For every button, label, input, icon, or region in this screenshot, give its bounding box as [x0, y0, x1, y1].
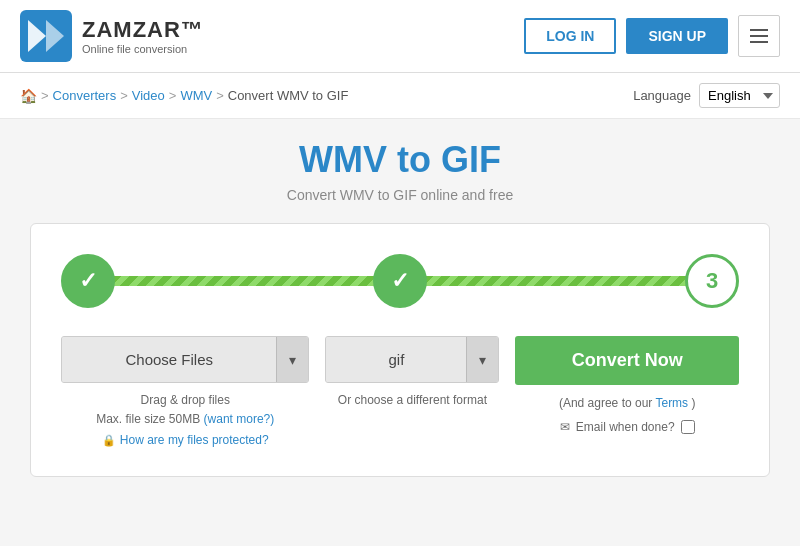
convert-area: Convert Now (And agree to our Terms ) ✉ …	[515, 336, 739, 438]
header-actions: LOG IN SIGN UP	[524, 15, 780, 57]
choose-files-area: Choose Files ▾ Drag & drop files Max. fi…	[61, 336, 309, 451]
drag-drop-text: Drag & drop files	[61, 391, 309, 410]
hamburger-line	[750, 29, 768, 31]
breadcrumb-wmv[interactable]: WMV	[180, 88, 212, 103]
breadcrumb-converters[interactable]: Converters	[53, 88, 117, 103]
hamburger-line	[750, 35, 768, 37]
format-button[interactable]: gif	[326, 337, 466, 382]
page-title: WMV to GIF	[30, 139, 770, 181]
converter-card: ✓ ✓ 3 Choose Files ▾ Dr	[30, 223, 770, 477]
file-size-text: Max. file size 50MB (want more?)	[61, 410, 309, 429]
agree-close: )	[691, 396, 695, 410]
format-dropdown-arrow: ▾	[479, 352, 486, 368]
login-button[interactable]: LOG IN	[524, 18, 616, 54]
breadcrumb-bar: 🏠 > Converters > Video > WMV > Convert W…	[0, 73, 800, 119]
breadcrumb-separator: >	[120, 88, 128, 103]
choose-files-dropdown-button[interactable]: ▾	[276, 337, 308, 382]
actions-row: Choose Files ▾ Drag & drop files Max. fi…	[61, 336, 739, 451]
step-connector-1	[113, 276, 375, 286]
step-3-circle: 3	[685, 254, 739, 308]
signup-button[interactable]: SIGN UP	[626, 18, 728, 54]
language-select[interactable]: English French Spanish	[699, 83, 780, 108]
format-dropdown-button[interactable]: ▾	[466, 337, 498, 382]
lock-icon: 🔒	[102, 432, 116, 450]
breadcrumb-separator: >	[216, 88, 224, 103]
main-content: WMV to GIF Convert WMV to GIF online and…	[0, 119, 800, 497]
zamzar-logo-icon	[20, 10, 72, 62]
step-3-number: 3	[706, 268, 718, 294]
email-checkbox[interactable]	[681, 420, 695, 434]
page-subtitle: Convert WMV to GIF online and free	[30, 187, 770, 203]
convert-info: (And agree to our Terms ) ✉ Email when d…	[515, 393, 739, 438]
terms-line: (And agree to our Terms )	[515, 393, 739, 415]
protection-link[interactable]: How are my files protected?	[120, 431, 269, 450]
max-size-label: Max. file size 50MB	[96, 412, 200, 426]
terms-link[interactable]: Terms	[655, 396, 688, 410]
choose-files-dropdown-arrow: ▾	[289, 352, 296, 368]
step-1-circle: ✓	[61, 254, 115, 308]
logo-title: ZAMZAR™	[82, 17, 204, 43]
email-line: ✉ Email when done?	[515, 417, 739, 439]
format-button-wrapper: gif ▾	[325, 336, 499, 383]
logo-subtitle: Online file conversion	[82, 43, 204, 55]
choose-files-button[interactable]: Choose Files	[62, 337, 276, 382]
steps-row: ✓ ✓ 3	[61, 254, 739, 308]
step-connector-2	[425, 276, 687, 286]
breadcrumb-current: Convert WMV to GIF	[228, 88, 349, 103]
breadcrumb: 🏠 > Converters > Video > WMV > Convert W…	[20, 88, 348, 104]
step-1-check: ✓	[79, 268, 97, 294]
logo-area: ZAMZAR™ Online file conversion	[20, 10, 204, 62]
email-when-done-label: Email when done?	[576, 417, 675, 439]
step-2-circle: ✓	[373, 254, 427, 308]
home-link[interactable]: 🏠	[20, 88, 37, 104]
logo-text: ZAMZAR™ Online file conversion	[82, 17, 204, 55]
breadcrumb-separator: >	[169, 88, 177, 103]
hamburger-menu-button[interactable]	[738, 15, 780, 57]
hamburger-line	[750, 41, 768, 43]
choose-files-info: Drag & drop files Max. file size 50MB (w…	[61, 391, 309, 451]
want-more-link[interactable]: (want more?)	[204, 412, 275, 426]
step-2-check: ✓	[391, 268, 409, 294]
header: ZAMZAR™ Online file conversion LOG IN SI…	[0, 0, 800, 73]
language-label: Language	[633, 88, 691, 103]
agree-text: (And agree to our	[559, 396, 652, 410]
breadcrumb-video[interactable]: Video	[132, 88, 165, 103]
protection-line: 🔒 How are my files protected?	[61, 431, 309, 450]
breadcrumb-separator: >	[41, 88, 49, 103]
language-area: Language English French Spanish	[633, 83, 780, 108]
format-area: gif ▾ Or choose a different format	[325, 336, 499, 410]
convert-now-button[interactable]: Convert Now	[515, 336, 739, 385]
format-info: Or choose a different format	[325, 391, 499, 410]
choose-files-button-wrapper: Choose Files ▾	[61, 336, 309, 383]
email-icon: ✉	[560, 417, 570, 439]
